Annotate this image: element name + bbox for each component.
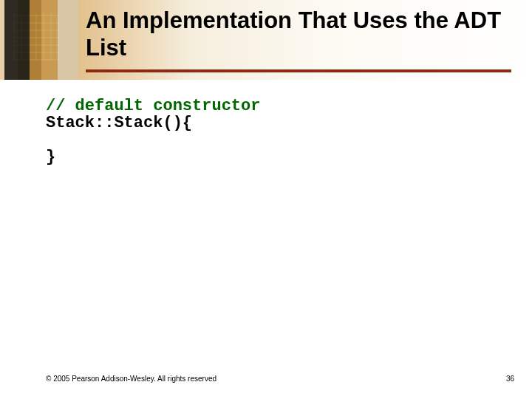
header-book-image [0, 0, 78, 80]
title-underline [86, 69, 511, 72]
code-line: Stack::Stack(){ [46, 114, 192, 132]
footer-page-number: 36 [506, 375, 514, 383]
slide-title: An Implementation That Uses the ADT List [86, 7, 520, 61]
footer-copyright: © 2005 Pearson Addison-Wesley. All right… [46, 375, 216, 383]
code-line: } [46, 148, 55, 166]
header-band: An Implementation That Uses the ADT List [0, 0, 532, 81]
slide: An Implementation That Uses the ADT List… [0, 0, 532, 399]
code-comment: // default constructor [46, 97, 260, 115]
code-block: // default constructor Stack::Stack(){ } [46, 98, 260, 166]
